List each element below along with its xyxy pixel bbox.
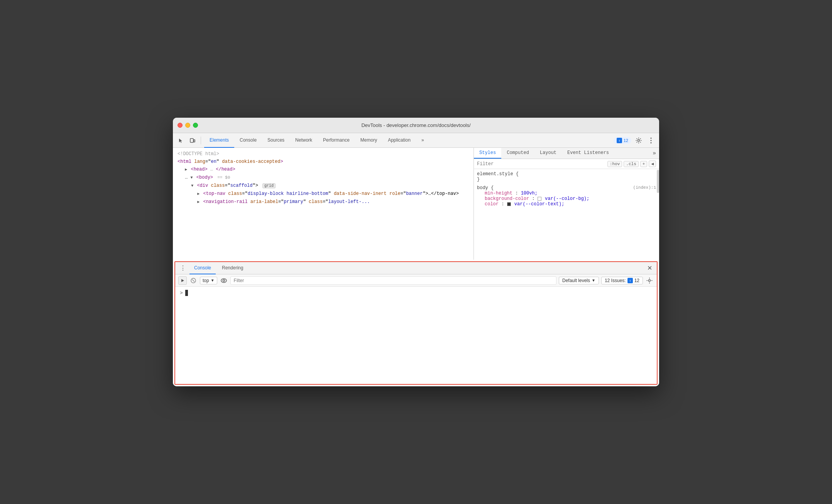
- console-cursor: [185, 290, 188, 296]
- console-toolbar: ⋮ Console Rendering ✕: [175, 262, 657, 274]
- styles-scrollbar[interactable]: [656, 169, 659, 260]
- tab-sources[interactable]: Sources: [262, 133, 290, 148]
- style-prop-minheight[interactable]: min-height: [477, 191, 512, 196]
- svg-point-10: [221, 279, 227, 282]
- tab-elements[interactable]: Elements: [204, 133, 234, 148]
- tab-console[interactable]: Console: [234, 133, 262, 148]
- issues-badge[interactable]: i 12: [614, 137, 631, 144]
- svg-rect-1: [194, 140, 195, 142]
- style-selector[interactable]: element.style {: [477, 171, 519, 177]
- context-chevron-icon: ▼: [211, 278, 215, 282]
- style-prop-color[interactable]: color: [477, 201, 499, 207]
- svg-point-4: [651, 137, 652, 139]
- dom-line-head[interactable]: ▶ <head> … </head>: [173, 166, 473, 174]
- console-issues-badge[interactable]: 12 Issues: i 12: [601, 277, 643, 284]
- color-swatch[interactable]: [507, 202, 511, 206]
- console-input-area[interactable]: >: [175, 287, 657, 384]
- main-toolbar: Elements Console Sources Network Perform…: [173, 133, 659, 148]
- dom-line-nav-rail[interactable]: ▶ <navigation-rail aria-label="primary" …: [173, 198, 473, 206]
- tab-network[interactable]: Network: [290, 133, 318, 148]
- settings-button[interactable]: [634, 135, 644, 145]
- execute-button[interactable]: [178, 276, 187, 285]
- svg-point-6: [651, 142, 652, 143]
- levels-chevron-icon: ▼: [592, 278, 595, 282]
- tab-application[interactable]: Application: [382, 133, 416, 148]
- svg-point-5: [651, 140, 652, 141]
- clear-console-button[interactable]: [189, 276, 198, 285]
- console-tab-rendering[interactable]: Rendering: [217, 262, 248, 274]
- window-title: DevTools - developer.chrome.com/docs/dev…: [361, 122, 470, 128]
- devtools-window: DevTools - developer.chrome.com/docs/dev…: [173, 118, 659, 386]
- console-toolbar-right: ✕: [645, 264, 654, 272]
- console-menu-dots[interactable]: ⋮: [178, 264, 188, 272]
- styles-content: element.style { } body { (index):1: [474, 169, 659, 260]
- console-panel-wrapper: ⋮ Console Rendering ✕: [174, 261, 658, 385]
- styles-scroll-container: element.style { } body { (index):1: [474, 169, 659, 260]
- add-style-button[interactable]: +: [640, 161, 648, 167]
- style-value-minheight[interactable]: 100vh;: [521, 191, 538, 196]
- toggle-panel-button[interactable]: ◀: [649, 161, 656, 167]
- bgcolor-swatch[interactable]: [538, 197, 541, 201]
- issues-icon: i: [617, 138, 622, 143]
- main-tab-bar: Elements Console Sources Network Perform…: [204, 133, 430, 148]
- main-content: <!DOCTYPE html> <html lang="en" data-coo…: [173, 148, 659, 260]
- maximize-button[interactable]: [193, 123, 198, 128]
- console-issues-icon: i: [627, 278, 633, 283]
- svg-rect-0: [190, 139, 193, 142]
- styles-panel: Styles Computed Layout Event Listeners »: [474, 148, 659, 260]
- issues-count: 12: [624, 138, 628, 143]
- more-options-button[interactable]: [646, 135, 656, 145]
- styles-tab-layout[interactable]: Layout: [534, 148, 562, 159]
- minimize-button[interactable]: [185, 123, 190, 128]
- close-button[interactable]: [178, 123, 183, 128]
- console-filter-input[interactable]: [230, 276, 556, 285]
- device-toggle-button[interactable]: [188, 135, 198, 145]
- titlebar: DevTools - developer.chrome.com/docs/dev…: [173, 118, 659, 133]
- console-tab-console[interactable]: Console: [189, 262, 216, 274]
- styles-tab-computed[interactable]: Computed: [501, 148, 534, 159]
- dom-line-body[interactable]: … ▼ <body> == $0: [173, 174, 473, 182]
- svg-line-9: [192, 279, 194, 282]
- styles-tabs-more[interactable]: »: [650, 150, 659, 156]
- tab-memory[interactable]: Memory: [355, 133, 382, 148]
- dom-line-div-scaffold[interactable]: ▼ <div class="scaffold"> grid: [173, 182, 473, 190]
- style-prop-bgcolor[interactable]: background-color: [477, 196, 529, 201]
- console-filter-bar: top ▼ Default levels ▼: [175, 274, 657, 287]
- dom-line-topnav[interactable]: ▶ <top-nav class="display-block hairline…: [173, 190, 473, 198]
- styles-tab-styles[interactable]: Styles: [474, 148, 501, 159]
- style-value-color[interactable]: var(--color-text);: [514, 201, 565, 207]
- svg-marker-7: [181, 279, 184, 282]
- tab-more[interactable]: »: [416, 133, 430, 148]
- console-close-button[interactable]: ✕: [645, 264, 654, 272]
- styles-scrollbar-thumb[interactable]: [657, 170, 659, 193]
- style-rule-body: body { (index):1 min-height : 100vh; bac…: [474, 184, 659, 208]
- console-settings-button[interactable]: [645, 276, 654, 285]
- styles-filter-input[interactable]: [477, 161, 605, 167]
- styles-filter-buttons: :hov .cls + ◀: [607, 161, 656, 167]
- dom-panel: <!DOCTYPE html> <html lang="en" data-coo…: [173, 148, 474, 260]
- console-prompt: >: [180, 290, 183, 296]
- style-origin: (index):1: [633, 185, 656, 190]
- tab-performance[interactable]: Performance: [318, 133, 355, 148]
- style-rule-element: element.style { }: [474, 171, 659, 183]
- svg-text:i: i: [630, 279, 631, 282]
- svg-text:i: i: [619, 139, 620, 142]
- dom-tree[interactable]: <!DOCTYPE html> <html lang="en" data-coo…: [173, 148, 473, 260]
- context-selector[interactable]: top ▼: [200, 277, 217, 284]
- styles-tab-event-listeners[interactable]: Event Listeners: [562, 148, 614, 159]
- console-eye-button[interactable]: [220, 276, 228, 285]
- cls-button[interactable]: .cls: [624, 161, 638, 167]
- body-selector[interactable]: body {: [477, 185, 494, 191]
- dom-line-doctype[interactable]: <!DOCTYPE html>: [173, 150, 473, 158]
- hov-button[interactable]: :hov: [607, 161, 622, 167]
- log-levels-dropdown[interactable]: Default levels ▼: [559, 277, 599, 284]
- traffic-lights: [178, 123, 198, 128]
- styles-tabs: Styles Computed Layout Event Listeners »: [474, 148, 659, 159]
- svg-point-11: [223, 279, 225, 281]
- style-value-bgcolor[interactable]: var(--color-bg);: [545, 196, 589, 201]
- toolbar-divider: [201, 137, 201, 144]
- devtools-panel: Elements Console Sources Network Perform…: [173, 133, 659, 386]
- cursor-icon-button[interactable]: [176, 135, 186, 145]
- styles-filter-bar: :hov .cls + ◀: [474, 159, 659, 169]
- dom-line-html[interactable]: <html lang="en" data-cookies-accepted>: [173, 158, 473, 166]
